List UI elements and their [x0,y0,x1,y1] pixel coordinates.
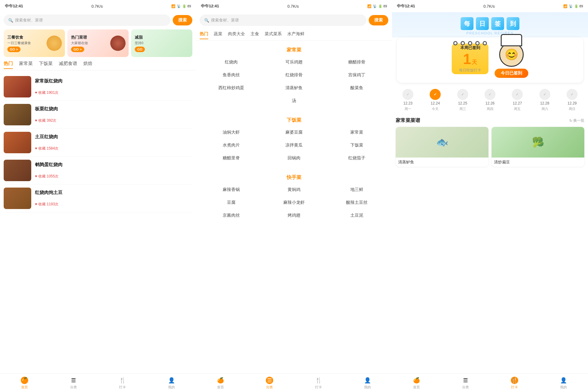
cal-circle-6: ✓ [539,89,550,100]
search-button-1[interactable]: 搜索 [173,15,192,25]
menu-item-boiled-pork[interactable]: 水煮肉片 [200,139,262,152]
nav-checkin-1[interactable]: 🍴 打卡 [119,377,126,390]
search-placeholder-1: 搜索食材、菜谱 [15,17,43,23]
menu-item-braised-chicken[interactable]: 黄焖鸡 [262,183,325,196]
nav-category-1[interactable]: ☰ 分类 [70,377,77,390]
nav-mine-3[interactable]: 👤 我的 [560,377,567,390]
go-btn-1[interactable]: GO > [7,47,21,52]
menu-item-spicy-lobster[interactable]: 麻辣小龙虾 [262,196,325,209]
cal-weekday-2: 今天 [432,107,439,111]
menu-item-steamed-fish[interactable]: 清蒸鲈鱼 [262,82,325,94]
notebook-text: 本周已签到 [460,45,480,51]
checkin-icon-1: 🍴 [119,377,126,384]
p2-tab-meat[interactable]: 肉类大全 [228,29,245,39]
search-input-2[interactable]: 🔍 搜索食材、菜谱 [200,15,366,26]
menu-item-huiguo[interactable]: 回锅肉 [262,152,325,165]
banner-card-1[interactable]: 三餐饮食 一日三餐健康食 GO > [4,29,65,57]
menu-item-sauerkraut-fish[interactable]: 酸菜鱼 [326,82,388,94]
icons-2: 📶 📡 🔋 89 [367,4,387,8]
menu-item-cucumber[interactable]: 凉拌黄瓜 [262,139,325,152]
cal-day-3: ✓ [452,89,474,100]
home-icon-3: 🍊 [413,377,420,384]
nav-home-2[interactable]: 🍊 首页 [217,377,224,390]
nav-category-3[interactable]: ☰ 分类 [462,377,469,390]
menu-item-potato-strips[interactable]: 酸辣土豆丝 [326,196,388,209]
nav-checkin-3[interactable]: 🍴 打卡 [511,377,518,390]
recipe-list-1: 家常版红烧肉 ♥收藏 1901次 板栗红烧肉 ♥收藏 392次 土豆红烧肉 ♥收… [0,70,196,374]
recipe-item-1[interactable]: 家常版红烧肉 ♥收藏 1901次 [4,73,192,101]
p2-tab-hot[interactable]: 热门 [200,29,208,39]
time-2: 中午12:41 [201,3,219,9]
sign-days: 1 [463,52,471,67]
search-button-2[interactable]: 搜索 [369,15,388,25]
search-input-1[interactable]: 🔍 搜索食材、菜谱 [4,15,170,26]
menu-item-disanxian[interactable]: 地三鲜 [326,183,388,196]
p2-tab-seafood[interactable]: 水产海鲜 [287,29,304,39]
recipe-item-5[interactable]: 红烧肉炖土豆 ♥收藏 1193次 [4,185,192,212]
banner-card-3[interactable]: 减脂 坚持0 GO [131,29,192,57]
menu-item-hongshao-ribs[interactable]: 红烧排骨 [262,69,325,82]
menu-item-gongbao[interactable]: 宫保鸡丁 [326,69,388,82]
recipe-item-4[interactable]: 鹌鹑蛋红烧肉 ♥收藏 1055次 [4,157,192,185]
menu-item-soup[interactable]: 汤 [200,94,388,107]
go-btn-3[interactable]: GO [135,47,145,52]
menu-item-tangcupaigu[interactable]: 糖醋排骨 [326,56,388,69]
nav-mine-1[interactable]: 👤 我的 [168,377,175,390]
menu-item-eggplant[interactable]: 红烧茄子 [326,152,388,165]
menu-section-sidedish: 下饭菜 油焖大虾 麻婆豆腐 家常菜 水煮肉片 凉拌黄瓜 下饭菜 糖醋里脊 回锅肉… [196,113,392,168]
section-refresh-btn[interactable]: ↻ 换一批 [569,118,584,123]
recipe-card-1[interactable]: 🐟 清蒸鲈鱼 [396,127,488,167]
cat-tab-diet[interactable]: 减肥食谱 [59,61,77,69]
p2-tab-staple[interactable]: 主食 [251,29,259,39]
nav-label-home-3: 首页 [413,385,420,390]
spiral-5 [483,41,487,45]
menu-item-yuxiangrousi[interactable]: 鱼香肉丝 [200,69,262,82]
nav-home-3[interactable]: 🍊 首页 [413,377,420,390]
recipe-card-img-2: 🥦 [492,127,584,158]
spiral-3 [468,41,472,45]
recipe-fav-2: ♥收藏 392次 [35,118,192,123]
cal-circle-5: ✓ [512,89,523,100]
menu-item-hongshaorou[interactable]: 红烧肉 [200,56,262,69]
cat-tab-homestyle[interactable]: 家常菜 [19,61,33,69]
cat-tab-baking[interactable]: 烘焙 [83,61,92,69]
cat-tab-sidedish[interactable]: 下饭菜 [39,61,53,69]
recipe-title-4: 鹌鹑蛋红烧肉 [35,162,192,168]
menu-item-tomato-egg[interactable]: 西红柿炒鸡蛋 [200,82,262,94]
bottom-nav-2: 🍊 首页 ☰ 分类 🍴 打卡 👤 我的 [196,374,392,392]
menu-item-jingjiang[interactable]: 京酱肉丝 [200,209,262,222]
nav-mine-2[interactable]: 👤 我的 [364,377,371,390]
menu-item-spicy-pot[interactable]: 麻辣香锅 [200,183,262,196]
spiral-2 [461,41,465,45]
nav-checkin-2[interactable]: 🍴 打卡 [315,377,322,390]
cal-date-4: 12.26 周四 [479,101,501,111]
menu-item-mapo[interactable]: 麻婆豆腐 [262,126,325,139]
p2-tab-veg[interactable]: 蔬菜 [214,29,222,39]
go-btn-2[interactable]: GO > [71,47,84,52]
recipe-item-3[interactable]: 土豆红烧肉 ♥收藏 1584次 [4,129,192,157]
cal-day-1: ✓ [397,89,419,100]
p2-tab-cuisine[interactable]: 菜式菜系 [265,29,282,39]
menu-item-tangcu-liji[interactable]: 糖醋里脊 [200,152,262,165]
menu-item-prawn[interactable]: 油焖大虾 [200,126,262,139]
recipe-item-2[interactable]: 板栗红烧肉 ♥收藏 392次 [4,101,192,129]
cal-date-label-1: 12.23 [403,101,413,105]
recipe-thumb-2 [4,104,31,125]
menu-item-tofu[interactable]: 豆腐 [200,196,262,209]
menu-item-roast-wings[interactable]: 烤鸡翅 [262,209,325,222]
recipe-card-2[interactable]: 🥦 清炒扁豆 [492,127,584,167]
nav-category-2[interactable]: ☰ 分类 [266,377,273,390]
nav-home-1[interactable]: 🍊 首页 [21,377,28,390]
menu-item-mashed-potato[interactable]: 土豆泥 [326,209,388,222]
sign-char-2: 日 [476,17,489,30]
menu-item-homestyle2[interactable]: 家常菜 [326,126,388,139]
icons-1: 📶 📡 🔋 89 [171,4,191,8]
mine-icon-2: 👤 [364,377,371,384]
menu-item-sidedish2[interactable]: 下饭菜 [326,139,388,152]
menu-item-colachiwin[interactable]: 可乐鸡翅 [262,56,325,69]
banner-card-2[interactable]: 热门菜谱 大家都在做 GO > [67,29,129,57]
cal-date-7: 12.29 周日 [561,101,583,111]
recipe-image-4 [4,160,31,181]
recipe-info-4: 鹌鹑蛋红烧肉 ♥收藏 1055次 [35,162,192,179]
cat-tab-hot[interactable]: 热门 [4,61,13,69]
